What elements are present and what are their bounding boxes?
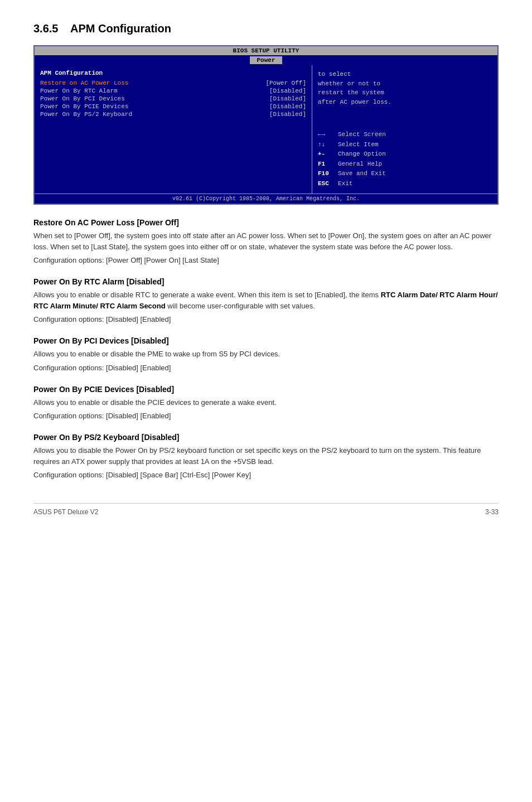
doc-section-para: Allows you to enable or disable the PCIE… [33, 397, 499, 408]
doc-section-pci-devices: Power On By PCI Devices [Disabled]Allows… [33, 336, 499, 373]
bios-item-value: [Disabled] [269, 111, 306, 118]
bios-nav-item: ↑↓Select Item [318, 140, 492, 150]
doc-section-para: Allows you to enable or disable RTC to g… [33, 289, 499, 312]
doc-section-title: Power On By PCIE Devices [Disabled] [33, 385, 499, 394]
bios-left-panel: APM Configuration Restore on AC Power Lo… [35, 65, 312, 194]
bios-item-label: Power On By RTC Alarm [40, 88, 118, 94]
bios-item-value: [Disabled] [269, 95, 306, 102]
bold-text: RTC Alarm Date/ RTC Alarm Hour/ RTC Alar… [33, 291, 498, 310]
doc-section-title: Power On By PS/2 Keyboard [Disabled] [33, 433, 499, 442]
doc-section-rtc-alarm: Power On By RTC Alarm [Disabled]Allows y… [33, 277, 499, 325]
bios-nav-desc: Save and Exit [338, 169, 386, 179]
doc-section-para: Configuration options: [Power Off] [Powe… [33, 255, 499, 266]
bios-nav-key: ESC [318, 179, 335, 189]
bios-body: APM Configuration Restore on AC Power Lo… [35, 65, 497, 194]
bios-item-value: [Disabled] [269, 103, 306, 110]
bios-nav-key: ←→ [318, 130, 335, 140]
bios-footer-text: v02.61 (C)Copyright 1985-2008, American … [172, 196, 360, 202]
bios-tab-bar: Power [35, 55, 497, 65]
bios-footer: v02.61 (C)Copyright 1985-2008, American … [35, 194, 497, 204]
footer-right: 3-33 [485, 508, 499, 516]
bios-nav-rows: ←→Select Screen↑↓Select Item+-Change Opt… [318, 130, 492, 189]
bios-item: Power On By RTC Alarm[Disabled] [40, 88, 306, 94]
bios-nav-item: F10Save and Exit [318, 169, 492, 179]
bios-item: Restore on AC Power Loss[Power Off] [40, 80, 306, 86]
bios-nav-desc: Change Option [338, 149, 386, 160]
bios-item: Power On By PS/2 Keyboard[Disabled] [40, 111, 306, 118]
bios-tab-label: Power [257, 57, 275, 64]
bios-nav-desc: Exit [338, 179, 352, 189]
bios-help-text: to selectwhether or not torestart the sy… [318, 70, 492, 107]
doc-section-para: Configuration options: [Disabled] [Enabl… [33, 363, 499, 374]
page-footer: ASUS P6T Deluxe V2 3-33 [33, 503, 499, 516]
bios-nav-key: ↑↓ [318, 140, 335, 150]
bios-nav-desc: General Help [338, 160, 382, 170]
bios-nav-key: +- [318, 149, 335, 160]
doc-section-title: Power On By RTC Alarm [Disabled] [33, 277, 499, 286]
bios-items-group: Restore on AC Power Loss[Power Off]Power… [40, 80, 306, 118]
doc-section-para: When set to [Power Off], the system goes… [33, 230, 499, 253]
bios-item-label: Power On By PS/2 Keyboard [40, 111, 132, 118]
doc-section-para: Configuration options: [Disabled] [Enabl… [33, 410, 499, 422]
bios-screen: BIOS SETUP UTILITY Power APM Configurati… [33, 45, 499, 205]
doc-section-ps2-keyboard: Power On By PS/2 Keyboard [Disabled]Allo… [33, 433, 499, 481]
doc-section-para: Configuration options: [Disabled] [Space… [33, 470, 499, 481]
bios-nav-item: ESCExit [318, 179, 492, 189]
bios-item-value: [Disabled] [269, 88, 306, 94]
doc-section-pcie-devices: Power On By PCIE Devices [Disabled]Allow… [33, 385, 499, 422]
doc-section-restore-ac: Restore On AC Power Loss [Power Off]When… [33, 218, 499, 266]
bios-item: Power On By PCIE Devices[Disabled] [40, 103, 306, 110]
section-number: 3.6.5 [33, 22, 58, 35]
bios-nav-item: F1General Help [318, 160, 492, 170]
doc-section-para: Allows you to disable the Power On by PS… [33, 445, 499, 467]
bios-tab-power[interactable]: Power [250, 56, 282, 64]
doc-section-title: Restore On AC Power Loss [Power Off] [33, 218, 499, 227]
bios-nav-item: +-Change Option [318, 149, 492, 160]
bios-section-title: APM Configuration [40, 70, 306, 76]
doc-section-para: Allows you to enable or disable the PME … [33, 349, 499, 360]
bios-item-label: Power On By PCI Devices [40, 95, 125, 102]
section-heading: 3.6.5 APM Configuration [33, 22, 499, 35]
bios-nav-desc: Select Screen [338, 130, 386, 140]
bios-nav-desc: Select Item [338, 140, 379, 150]
bios-nav-key: F10 [318, 169, 335, 179]
bios-right-inner: to selectwhether or not torestart the sy… [318, 70, 492, 189]
bios-nav-key: F1 [318, 160, 335, 170]
doc-sections: Restore On AC Power Loss [Power Off]When… [33, 218, 499, 481]
bios-right-panel: to selectwhether or not torestart the sy… [312, 65, 497, 194]
bios-item-label: Restore on AC Power Loss [40, 80, 128, 86]
bios-nav-item: ←→Select Screen [318, 130, 492, 140]
bios-item: Power On By PCI Devices[Disabled] [40, 95, 306, 102]
bios-item-value: [Power Off] [265, 80, 306, 86]
bios-title-bar: BIOS SETUP UTILITY [35, 46, 497, 55]
doc-section-para: Configuration options: [Disabled] [Enabl… [33, 314, 499, 325]
bios-title-text: BIOS SETUP UTILITY [233, 47, 299, 54]
footer-left: ASUS P6T Deluxe V2 [33, 508, 99, 516]
section-title: APM Configuration [70, 22, 171, 35]
doc-section-title: Power On By PCI Devices [Disabled] [33, 336, 499, 345]
bios-item-label: Power On By PCIE Devices [40, 103, 128, 110]
